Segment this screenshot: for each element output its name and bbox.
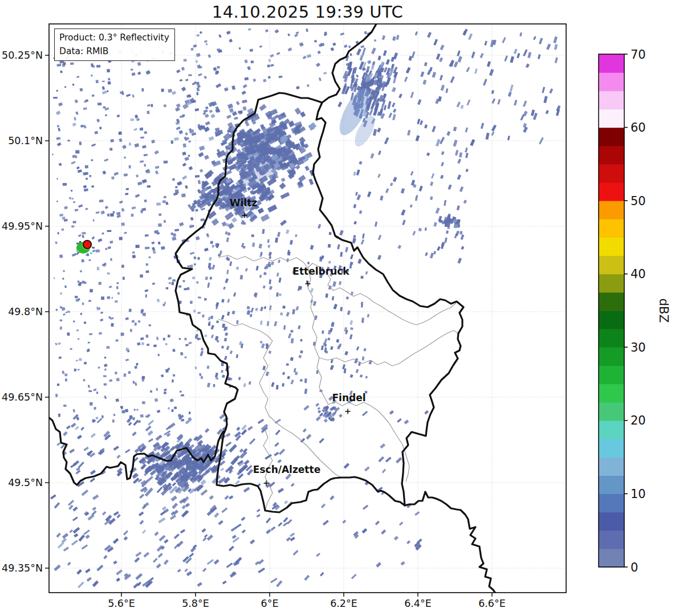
colorbar-segment [599,384,624,403]
lat-tick-label: 49.35°N [2,562,43,574]
grid-layer [49,24,566,593]
lon-tick-label: 6°E [261,598,279,609]
colorbar-segment [599,311,624,329]
radar-site-marker [76,235,95,256]
colorbar-segment [599,54,624,73]
product-info-box: Product: 0.3° Reflectivity Data: RMIB [54,28,175,61]
colorbar-segment [599,549,624,568]
colorbar-segment [599,274,624,293]
longitude-axis: 5.6°E5.8°E6°E6.2°E6.4°E6.6°E [108,593,506,609]
city-label: Esch/Alzette [253,464,320,475]
colorbar-segment [599,347,624,366]
colorbar-segment [599,365,624,384]
map-title: 14.10.2025 19:39 UTC [49,2,566,22]
lat-tick-label: 49.8°N [8,306,43,317]
colorbar-segment [599,493,624,512]
colorbar-segment [599,421,624,439]
colorbar-tick-label: 10 [631,487,646,501]
colorbar-segment [599,182,624,201]
colorbar-segment [599,146,624,165]
colorbar-segment [599,457,624,476]
lat-tick-label: 49.65°N [2,391,43,403]
city-marker-icon [345,409,351,414]
lat-tick-label: 50.25°N [2,50,43,61]
lon-tick-label: 5.6°E [108,598,135,609]
colorbar-segment [599,219,624,238]
lat-tick-label: 50.1°N [8,135,43,146]
colorbar-segment [599,475,624,494]
colorbar-segment [599,237,624,256]
colorbar-segment [599,512,624,531]
colorbar-tick-label: 70 [631,48,646,62]
colorbar-tick-label: 30 [631,341,646,354]
plot-frame [49,24,566,593]
lon-tick-label: 6.2°E [330,598,357,609]
lat-tick-label: 49.95°N [2,221,43,232]
city-label: Findel [332,392,365,403]
colorbar-tick-label: 60 [631,121,646,134]
lon-tick-label: 6.4°E [404,598,432,609]
city-label: Wiltz [230,197,258,209]
colorbar-segment [599,128,624,146]
colorbar-segment [599,329,624,348]
lon-tick-label: 5.8°E [182,598,209,609]
colorbar-segment [599,72,624,91]
colorbar-segment [599,402,624,421]
colorbar-tick-label: 20 [631,414,646,427]
product-line: Product: 0.3° Reflectivity [59,31,169,44]
colorbar-tick-label: 50 [631,194,646,208]
colorbar: 010203040506070dBZ [599,48,671,574]
city-label: Ettelbruck [292,266,349,277]
colorbar-segment [599,256,624,275]
lon-tick-label: 6.6°E [478,598,506,609]
radar-map-screenshot: 14.10.2025 19:39 UTC Product: 0.3° Refle… [0,0,675,616]
colorbar-segment [599,164,624,183]
colorbar-segment [599,109,624,128]
radar-echo-layer [50,28,561,589]
colorbar-unit-label: dBZ [657,298,671,323]
data-source-line: Data: RMIB [59,44,169,58]
colorbar-segment [599,201,624,219]
map-canvas: WiltzEttelbruckFindelEsch/Alzette50.25°N… [0,0,675,616]
colorbar-tick-label: 40 [631,267,646,281]
colorbar-tick-label: 0 [631,561,638,574]
colorbar-segment [599,292,624,311]
latitude-axis: 50.25°N50.1°N49.95°N49.8°N49.65°N49.5°N4… [2,50,49,574]
colorbar-segment [599,531,624,549]
lat-tick-label: 49.5°N [8,477,43,488]
colorbar-segment [599,91,624,109]
colorbar-segment [599,439,624,458]
